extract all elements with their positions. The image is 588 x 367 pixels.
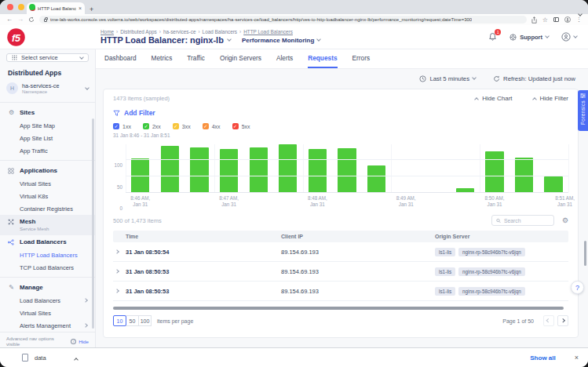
select-service-dropdown[interactable]: Select service: [6, 53, 89, 62]
checkbox-1xx[interactable]: ✓: [113, 123, 119, 129]
row-expand-icon[interactable]: [113, 270, 126, 273]
tab-overview-icon[interactable]: [579, 5, 582, 19]
filter-chip-2xx[interactable]: ✓2xx: [143, 123, 161, 129]
breadcrumb-namespace[interactable]: ha-services-ce: [163, 29, 196, 35]
refresh-button[interactable]: Refresh: Updated just now: [493, 75, 575, 82]
tab-traffic[interactable]: Traffic: [187, 49, 205, 68]
side-panel-icon[interactable]: [553, 17, 559, 22]
search-input[interactable]: [504, 218, 550, 223]
vertical-scrollbar[interactable]: [584, 241, 586, 266]
sidebar-item-tcp-load-balancers[interactable]: TCP Load Balancers: [0, 261, 95, 274]
column-origin-server[interactable]: Origin Server: [435, 234, 568, 239]
chart-bar[interactable]: [456, 188, 474, 192]
breadcrumb-load-balancers[interactable]: Load Balancers: [203, 29, 237, 35]
sidebar-section-manage[interactable]: ✎ Manage: [0, 281, 95, 294]
section-dropdown[interactable]: Performance Monitoring: [242, 37, 320, 44]
breadcrumb-distributed-apps[interactable]: Distributed Apps: [120, 29, 157, 35]
column-time[interactable]: Time: [126, 234, 281, 239]
download-bar-close-icon[interactable]: ×: [575, 354, 579, 362]
filter-chip-1xx[interactable]: ✓1xx: [113, 123, 131, 129]
reload-icon[interactable]: [28, 16, 35, 23]
minimize-window-button[interactable]: [18, 4, 24, 10]
page-size-100[interactable]: 100: [138, 315, 152, 326]
breadcrumb-http-load-balancers[interactable]: HTTP Load Balancers: [243, 29, 293, 35]
sidebar-item-virtual-sites[interactable]: Virtual Sites: [0, 177, 95, 190]
tab-requests[interactable]: Requests: [308, 49, 337, 68]
hide-chart-toggle[interactable]: Hide Chart: [475, 95, 512, 102]
forensics-tab[interactable]: Forensics: [578, 90, 588, 131]
help-button[interactable]: ?: [571, 281, 584, 294]
page-size-10[interactable]: 10: [113, 315, 126, 326]
table-settings-gear-icon[interactable]: ⚙: [562, 217, 568, 224]
sidebar-scrollbar[interactable]: [92, 118, 94, 329]
tab-close-icon[interactable]: ×: [79, 5, 82, 11]
checkbox-2xx[interactable]: ✓: [143, 123, 149, 129]
horizontal-scrollbar[interactable]: [113, 307, 568, 310]
close-window-button[interactable]: [7, 4, 13, 10]
chart-bar[interactable]: [190, 147, 208, 192]
page-size-50[interactable]: 50: [126, 315, 139, 326]
bookmark-star-icon[interactable]: ☆: [542, 16, 548, 24]
tab-dashboard[interactable]: Dashboard: [104, 49, 137, 68]
chart-bar[interactable]: [250, 147, 268, 192]
table-row[interactable]: 31 Jan 08:50:53 89.154.69.193 ls1-lis ng…: [113, 262, 568, 282]
sidebar-item-virtual-k8s[interactable]: Virtual K8s: [0, 190, 95, 202]
sidebar-item-alerts-management[interactable]: Alerts Management: [0, 319, 95, 332]
tab-errors[interactable]: Errors: [352, 49, 371, 68]
sidebar-item-manage-virtual-sites[interactable]: Virtual Sites: [0, 307, 95, 319]
sidebar-section-applications[interactable]: Applications: [0, 164, 95, 177]
time-range-dropdown[interactable]: Last 5 minutes: [419, 75, 476, 82]
row-expand-icon[interactable]: [113, 250, 126, 253]
downloaded-file-name[interactable]: data: [35, 354, 46, 362]
sidebar-item-http-load-balancers[interactable]: HTTP Load Balancers: [0, 249, 95, 261]
chart-bar[interactable]: [279, 144, 297, 192]
chart-bar[interactable]: [220, 149, 238, 192]
tab-alerts[interactable]: Alerts: [276, 49, 293, 68]
chart-bar[interactable]: [161, 146, 179, 192]
account-menu[interactable]: [561, 32, 577, 42]
tab-metrics[interactable]: Metrics: [152, 49, 173, 68]
sidebar-item-app-site-map[interactable]: App Site Map: [0, 119, 95, 132]
next-page-button[interactable]: [557, 315, 568, 326]
chart-bar[interactable]: [544, 176, 562, 192]
table-row[interactable]: 31 Jan 08:50:53 89.154.69.193 ls1-lis ng…: [113, 282, 568, 301]
show-all-downloads-link[interactable]: Show all: [530, 354, 555, 362]
url-field[interactable]: tme-lab-works.console.ves.volterra.io/we…: [39, 16, 527, 24]
page-title-dropdown[interactable]: HTTP Load Balancer: nginx-lb: [100, 35, 231, 45]
sidebar-section-load-balancers[interactable]: Load Balancers: [0, 235, 95, 249]
tab-origin-servers[interactable]: Origin Servers: [220, 49, 261, 68]
new-tab-button[interactable]: +: [89, 5, 93, 13]
notifications-button[interactable]: 1: [488, 32, 497, 42]
hide-nav-link[interactable]: Hide: [79, 339, 89, 344]
hide-filter-toggle[interactable]: Hide Filter: [533, 95, 568, 102]
maximize-window-button[interactable]: [29, 4, 35, 10]
chart-bar[interactable]: [338, 148, 356, 192]
sidebar-item-container-registries[interactable]: Container Registries: [0, 202, 95, 215]
sidebar-item-app-traffic[interactable]: App Traffic: [0, 144, 95, 157]
filter-chip-5xx[interactable]: ✓5xx: [232, 123, 250, 129]
sidebar-item-app-site-list[interactable]: App Site List: [0, 132, 95, 144]
filter-chip-3xx[interactable]: ✓3xx: [173, 123, 191, 129]
back-icon[interactable]: ←: [6, 16, 13, 23]
sidebar-item-manage-load-balancers[interactable]: Load Balancers: [0, 294, 95, 307]
forward-icon[interactable]: →: [17, 16, 24, 23]
share-icon[interactable]: [531, 16, 537, 24]
support-menu[interactable]: Support: [509, 34, 549, 41]
sidebar-section-sites[interactable]: ⚙ Sites: [0, 106, 95, 119]
checkbox-3xx[interactable]: ✓: [173, 123, 179, 129]
column-client-ip[interactable]: Client IP: [281, 234, 435, 239]
row-expand-icon[interactable]: [113, 289, 126, 293]
search-box[interactable]: [491, 215, 554, 226]
checkbox-5xx[interactable]: ✓: [232, 123, 239, 129]
prev-page-button[interactable]: [543, 315, 554, 326]
add-filter-button[interactable]: Add Filter: [113, 109, 568, 117]
filter-chip-4xx[interactable]: ✓4xx: [203, 123, 221, 129]
checkbox-4xx[interactable]: ✓: [203, 123, 209, 129]
table-row[interactable]: 31 Jan 08:50:54 89.154.69.193 ls1-lis ng…: [113, 242, 568, 262]
profile-avatar-icon[interactable]: [564, 16, 571, 23]
chart-bar[interactable]: [485, 151, 503, 192]
chart-bar[interactable]: [367, 165, 385, 192]
download-options-icon[interactable]: [75, 351, 78, 365]
browser-tab[interactable]: f5 HTTP Load Balancer: nginx lb ×: [27, 2, 85, 14]
namespace-selector[interactable]: H ha-services-ce Namespace: [6, 82, 89, 94]
